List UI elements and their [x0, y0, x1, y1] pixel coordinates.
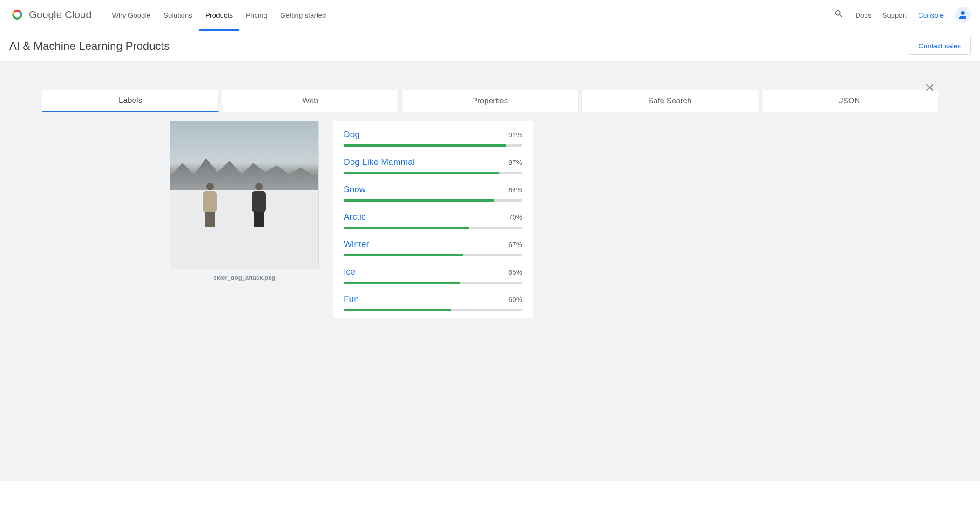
uploaded-image: [170, 121, 319, 269]
label-row: Dog91%: [344, 129, 522, 147]
nav-solutions[interactable]: Solutions: [157, 0, 199, 30]
tab-safe-search[interactable]: Safe Search: [581, 90, 758, 112]
tab-json[interactable]: JSON: [761, 90, 938, 112]
label-row: Arctic70%: [344, 212, 522, 229]
label-results[interactable]: Dog91%Dog Like Mammal87%Snow84%Arctic70%…: [333, 121, 533, 318]
label-name[interactable]: Ice: [344, 267, 355, 277]
user-icon: [957, 9, 968, 20]
label-percent: 65%: [508, 268, 522, 276]
nav-why-google[interactable]: Why Google: [106, 0, 157, 30]
google-cloud-icon: [9, 7, 25, 23]
result-tabs: Labels Web Properties Safe Search JSON: [42, 90, 938, 112]
avatar[interactable]: [955, 7, 971, 23]
tab-properties[interactable]: Properties: [401, 90, 578, 112]
label-percent: 67%: [508, 241, 522, 249]
nav-console[interactable]: Console: [918, 11, 944, 19]
nav-support[interactable]: Support: [882, 11, 907, 19]
confidence-bar: [344, 144, 522, 147]
label-percent: 60%: [508, 296, 522, 303]
nav-pricing[interactable]: Pricing: [239, 0, 274, 30]
confidence-bar: [344, 199, 522, 202]
page-title: AI & Machine Learning Products: [9, 40, 169, 53]
confidence-bar: [344, 282, 522, 284]
nav-docs[interactable]: Docs: [855, 11, 871, 19]
confidence-bar: [344, 309, 522, 311]
label-percent: 84%: [508, 186, 522, 194]
label-percent: 91%: [508, 131, 522, 139]
label-row: Dog Like Mammal87%: [344, 157, 522, 174]
label-row: Snow84%: [344, 184, 522, 202]
confidence-bar: [344, 172, 522, 174]
label-name[interactable]: Dog: [344, 129, 360, 140]
nav-right: Docs Support Console: [834, 7, 971, 23]
top-nav: Google Cloud Why Google Solutions Produc…: [0, 0, 980, 30]
label-name[interactable]: Snow: [344, 184, 366, 195]
label-name[interactable]: Fun: [344, 294, 359, 304]
primary-nav: Why Google Solutions Products Pricing Ge…: [106, 0, 333, 30]
image-filename: skier_dog_attack.png: [170, 274, 319, 281]
close-icon[interactable]: [924, 81, 936, 95]
contact-sales-button[interactable]: Contact sales: [909, 37, 971, 55]
label-row: Fun60%: [344, 294, 522, 311]
image-column: skier_dog_attack.png: [170, 121, 319, 318]
brand-text: Google Cloud: [29, 9, 92, 21]
sub-header: AI & Machine Learning Products Contact s…: [0, 30, 980, 62]
nav-products[interactable]: Products: [199, 0, 239, 30]
logo[interactable]: Google Cloud: [9, 7, 92, 23]
label-percent: 87%: [508, 158, 522, 166]
confidence-bar: [344, 254, 522, 256]
search-icon[interactable]: [834, 9, 844, 21]
label-row: Winter67%: [344, 239, 522, 256]
tab-labels[interactable]: Labels: [42, 90, 219, 112]
confidence-bar: [344, 227, 522, 229]
label-name[interactable]: Dog Like Mammal: [344, 157, 415, 167]
tab-web[interactable]: Web: [222, 90, 399, 112]
label-name[interactable]: Arctic: [344, 212, 366, 222]
nav-getting-started[interactable]: Getting started: [274, 0, 332, 30]
label-percent: 70%: [508, 213, 522, 221]
label-name[interactable]: Winter: [344, 239, 369, 249]
content-row: skier_dog_attack.png Dog91%Dog Like Mamm…: [42, 121, 938, 318]
label-row: Ice65%: [344, 267, 522, 284]
main-area: Labels Web Properties Safe Search JSON s…: [0, 62, 980, 481]
